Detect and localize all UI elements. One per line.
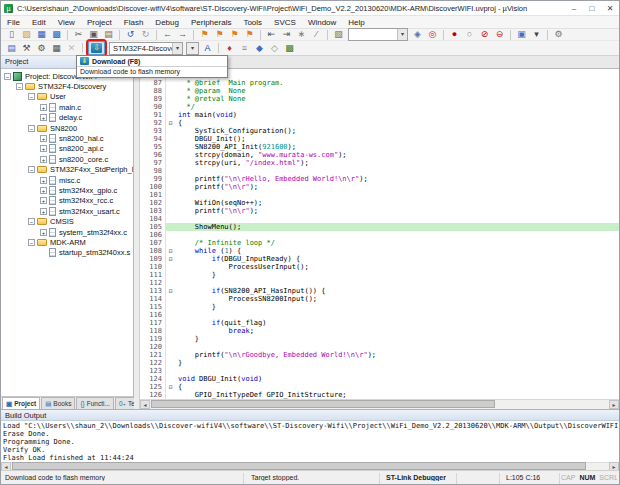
code-line[interactable]: 89 * @retval None (140, 95, 619, 103)
code-line[interactable]: 111 } (140, 271, 619, 279)
tree-item[interactable]: −MDK-ARM (1, 237, 133, 247)
build-scroll-thumb[interactable] (12, 462, 586, 470)
rebuild-icon[interactable]: ⚙ (35, 43, 48, 54)
menu-peripherals[interactable]: Peripherals (185, 16, 237, 29)
tree-item[interactable]: −STM32F4-Discovery (1, 81, 133, 91)
code-line[interactable]: 117 if(quit_flag) (140, 319, 619, 327)
file-extensions-icon[interactable]: ♦ (223, 43, 236, 54)
multi-project-icon[interactable]: ≡ (238, 43, 251, 54)
open-file-icon[interactable]: ▨ (20, 29, 33, 40)
editor-horizontal-scrollbar[interactable]: ◂ ▸ (140, 399, 619, 409)
code-line[interactable]: 90 */ (140, 103, 619, 111)
code-line[interactable]: 103 printf("\n\r"); (140, 207, 619, 215)
current-line[interactable]: 105 ShowMenu(); (140, 223, 619, 231)
tree-item[interactable]: +stm32f4xx_usart.c (1, 206, 133, 216)
expand-icon[interactable]: + (40, 187, 47, 194)
tree-item[interactable]: +sn8200_core.c (1, 154, 133, 164)
tab-functions[interactable]: {}Functi... (76, 397, 113, 409)
batch-build-icon[interactable]: ▦ (50, 43, 63, 54)
code-line[interactable]: 99 printf("\n\rHello, Embedded World!\n\… (140, 175, 619, 183)
scroll-left-arrow-icon[interactable]: ◂ (140, 400, 150, 409)
code-line[interactable]: 123 (140, 367, 619, 375)
code-line[interactable]: 92⊟{ (140, 119, 619, 127)
kill-breakpoints-icon[interactable]: ⊘ (478, 29, 491, 40)
code-line[interactable]: 125⊟{ (140, 383, 619, 391)
code-line[interactable]: 95 SN8200_API_Init(921600); (140, 143, 619, 151)
navigate-back-icon[interactable]: ← (161, 29, 174, 40)
code-line[interactable]: 119 } (140, 335, 619, 343)
menu-debug[interactable]: Debug (149, 16, 185, 29)
update-target-icon[interactable]: ◆ (253, 43, 266, 54)
copy-icon[interactable]: ▣ (87, 29, 100, 40)
insert-breakpoint-icon[interactable]: ● (448, 29, 461, 40)
tab-project[interactable]: ▣Project (2, 397, 40, 409)
fold-marker-icon[interactable]: ⊟ (165, 255, 175, 263)
fold-marker-icon[interactable]: ⊟ (165, 287, 175, 295)
code-line[interactable]: 113⊟ if(SN8200_API_HasInput()) { (140, 287, 619, 295)
configure-icon[interactable]: ⚙ (552, 29, 565, 40)
collapse-icon[interactable]: − (28, 239, 35, 246)
code-line[interactable]: 126 GPIO_InitTypeDef GPIO_InitStructure; (140, 391, 619, 399)
code-line[interactable]: 106 (140, 231, 619, 239)
code-line[interactable]: 115 } (140, 303, 619, 311)
expand-icon[interactable]: + (40, 197, 47, 204)
build-icon[interactable]: ⚒ (20, 43, 33, 54)
tree-item[interactable]: +delay.c (1, 113, 133, 123)
code-line[interactable]: 104 (140, 215, 619, 223)
translate-icon[interactable]: ▤ (5, 43, 18, 54)
code-line[interactable]: 121 printf("\n\rGoodbye, Embedded World!… (140, 351, 619, 359)
expand-icon[interactable]: + (40, 208, 47, 215)
code-line[interactable]: 87 * @brief Main program. (140, 79, 619, 87)
code-line[interactable]: 108⊟ while (1) { (140, 247, 619, 255)
comment-selection-icon[interactable]: ∗ (295, 29, 308, 40)
menu-svcs[interactable]: SVCS (268, 16, 302, 29)
collapse-icon[interactable]: − (28, 93, 35, 100)
expand-icon[interactable]: + (40, 135, 47, 142)
unindent-icon[interactable]: ⇤ (265, 29, 278, 40)
fold-marker-icon[interactable]: ⊟ (165, 119, 175, 127)
scroll-right-arrow-icon[interactable]: ▸ (609, 400, 619, 409)
code-line[interactable]: 88 * @param None (140, 87, 619, 95)
code-line[interactable]: 124void DBGU_Init(void) (140, 375, 619, 383)
code-line[interactable]: 107 /* Infinite loop */ (140, 239, 619, 247)
target-dropdown-button[interactable]: ▾ (186, 42, 199, 55)
chevron-down-icon[interactable]: ▾ (397, 29, 407, 40)
fold-marker-icon[interactable]: ⊟ (165, 383, 175, 391)
menu-project[interactable]: Project (81, 16, 118, 29)
redo-icon[interactable]: ↻ (139, 29, 152, 40)
menu-window[interactable]: Window (302, 16, 342, 29)
expand-icon[interactable]: + (40, 145, 47, 152)
bookmark-toggle-icon[interactable]: ⚑ (198, 29, 211, 40)
menu-help[interactable]: Help (342, 16, 370, 29)
code-line[interactable]: 116 (140, 311, 619, 319)
save-all-icon[interactable]: ▩ (50, 29, 63, 40)
debug-windows-icon[interactable]: ▣ (515, 29, 528, 40)
menu-edit[interactable]: Edit (26, 16, 52, 29)
manage-rte-icon[interactable]: ▩ (283, 43, 296, 54)
options-for-target-icon[interactable]: A (201, 43, 214, 54)
find-icon[interactable]: ◎ (426, 29, 439, 40)
tree-item[interactable]: +main.c (1, 102, 133, 112)
code-line[interactable]: 94 DBGU_Init(); (140, 135, 619, 143)
download-button[interactable]: ⇩ (88, 41, 105, 55)
bookmark-clear-icon[interactable]: ⚑ (243, 29, 256, 40)
menu-tools[interactable]: Tools (237, 16, 268, 29)
bookmark-prev-icon[interactable]: ⚑ (213, 29, 226, 40)
tree-item[interactable]: −CMSIS (1, 216, 133, 226)
code-line[interactable]: 91int main(void) (140, 111, 619, 119)
expand-icon[interactable]: + (40, 114, 47, 121)
code-line[interactable]: 120 (140, 343, 619, 351)
code-line[interactable]: 114 ProcessSN8200Input(); (140, 295, 619, 303)
debug-windows-arrow-icon[interactable]: ▾ (530, 29, 543, 40)
tab-books[interactable]: ▤Books (41, 397, 75, 409)
tree-item[interactable]: +stm32f4xx_rcc.c (1, 196, 133, 206)
collapse-icon[interactable]: − (28, 218, 35, 225)
code-line[interactable]: 97 strcpy(uri, "/index.html"); (140, 159, 619, 167)
expand-icon[interactable]: + (40, 229, 47, 236)
code-line[interactable]: 109⊟ if(DBGU_InputReady) { (140, 255, 619, 263)
code-line[interactable]: 112 (140, 279, 619, 287)
build-output-scrollbar[interactable]: ◂ ▸ (1, 462, 619, 470)
load-icon[interactable]: ▧ (332, 29, 345, 40)
bookmark-next-icon[interactable]: ⚑ (228, 29, 241, 40)
expand-icon[interactable]: + (40, 177, 47, 184)
